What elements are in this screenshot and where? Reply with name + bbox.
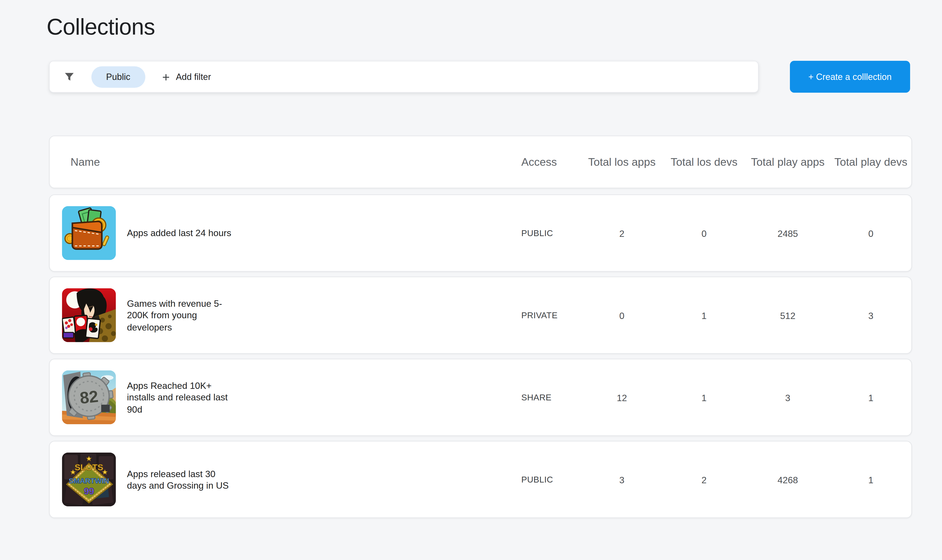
collection-thumbnail: SLOTS SMARTWIN 99 [62, 452, 116, 506]
svg-text:82: 82 [79, 387, 99, 407]
collection-name: Apps added last 24 hours [127, 227, 237, 239]
add-filter-button[interactable]: + Add filter [162, 70, 211, 83]
add-filter-label: Add filter [176, 72, 211, 82]
collection-thumbnail: 82 [62, 371, 116, 425]
slots-smartwin-art: SLOTS SMARTWIN 99 [62, 452, 116, 506]
column-header-total-los-apps: Total los apps [581, 155, 663, 169]
total-play-devs-value: 3 [830, 310, 911, 320]
collection-name: Apps released last 30 days and Grossing … [127, 468, 237, 492]
total-play-devs-value: 1 [830, 392, 911, 403]
total-los-devs-value: 1 [663, 392, 745, 403]
collection-row[interactable]: Games with revenue 5-200K from young dev… [49, 277, 912, 354]
total-los-devs-value: 0 [663, 228, 745, 238]
total-play-apps-value: 4268 [745, 474, 831, 485]
access-value: PUBLIC [501, 475, 581, 485]
total-los-apps-value: 2 [581, 228, 663, 238]
toolbar: Public + Add filter + Create a colllecti… [49, 61, 910, 93]
collections-page: Collections Public + Add filter + Create… [0, 0, 942, 560]
total-los-apps-value: 3 [581, 474, 663, 485]
column-header-total-play-devs: Total play devs [830, 155, 911, 169]
filter-chip-public[interactable]: Public [91, 66, 145, 88]
column-header-total-play-apps: Total play apps [745, 155, 831, 169]
column-header-access: Access [501, 155, 581, 169]
wallet-money-art: $ [62, 206, 116, 260]
total-los-devs-value: 1 [663, 310, 745, 320]
collection-row[interactable]: 82 Apps Reached 10K+ installs and releas… [49, 359, 912, 436]
filter-funnel-icon [63, 71, 76, 83]
page-title: Collections [46, 14, 942, 40]
total-los-devs-value: 2 [663, 474, 745, 485]
access-value: PRIVATE [501, 311, 581, 320]
collection-row[interactable]: SLOTS SMARTWIN 99 Apps released last 30 … [49, 441, 912, 518]
total-play-devs-value: 1 [830, 474, 911, 485]
total-play-apps-value: 3 [745, 392, 831, 403]
svg-text:SLOTS: SLOTS [75, 462, 103, 472]
table-header-row: Name Access Total los apps Total los dev… [49, 135, 912, 188]
collection-name: Games with revenue 5-200K from young dev… [127, 297, 237, 333]
collection-thumbnail [62, 288, 116, 342]
access-value: PUBLIC [501, 228, 581, 238]
collection-name-cell: 82 Apps Reached 10K+ installs and releas… [50, 371, 501, 425]
svg-text:99: 99 [84, 486, 94, 496]
page-content: Collections Public + Add filter + Create… [0, 14, 942, 560]
total-play-apps-value: 2485 [745, 228, 831, 238]
total-los-apps-value: 0 [581, 310, 663, 320]
total-play-devs-value: 0 [830, 228, 911, 238]
collection-name: Apps Reached 10K+ installs and released … [127, 379, 237, 415]
filter-bar[interactable]: Public + Add filter [49, 61, 759, 93]
column-header-total-los-devs: Total los devs [663, 155, 745, 169]
total-los-apps-value: 12 [581, 392, 663, 403]
collection-name-cell: $ Apps added last 24 hours [50, 206, 501, 260]
filter-chip-label: Public [106, 72, 131, 82]
vault-82-art: 82 [62, 371, 116, 425]
column-header-name: Name [50, 155, 501, 169]
collection-name-cell: Games with revenue 5-200K from young dev… [50, 288, 501, 342]
collections-table: Name Access Total los apps Total los dev… [49, 135, 912, 518]
anime-cards-art [62, 288, 116, 342]
total-play-apps-value: 512 [745, 310, 831, 320]
collections-table-body: $ Apps added last 24 hours PUBLIC 2 0 24… [49, 194, 912, 518]
collection-thumbnail: $ [62, 206, 116, 260]
collection-row[interactable]: $ Apps added last 24 hours PUBLIC 2 0 24… [49, 194, 912, 272]
collection-name-cell: SLOTS SMARTWIN 99 Apps released last 30 … [50, 452, 501, 506]
access-value: SHARE [501, 392, 581, 402]
svg-text:SMARTWIN: SMARTWIN [69, 477, 109, 485]
create-collection-button[interactable]: + Create a colllection [790, 61, 910, 93]
plus-icon: + [162, 70, 170, 83]
